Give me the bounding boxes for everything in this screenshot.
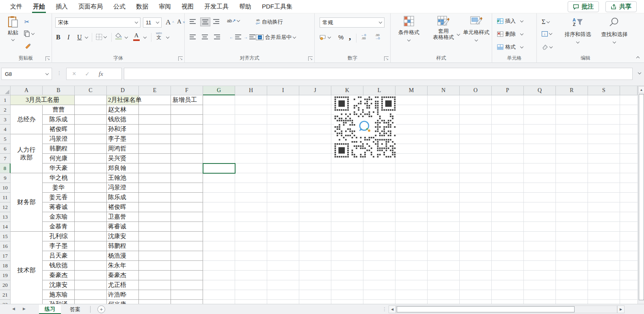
fill-button[interactable]: ↓ xyxy=(542,31,552,37)
grow-font-button[interactable]: A^ xyxy=(166,18,174,26)
cell-d2[interactable]: 赵文林 xyxy=(108,105,126,114)
cell[interactable] xyxy=(75,154,107,163)
fill-color-button[interactable] xyxy=(115,33,122,40)
comma-style-button[interactable]: , xyxy=(349,31,351,42)
cell[interactable] xyxy=(203,105,235,115)
cell[interactable] xyxy=(524,251,556,261)
cell[interactable] xyxy=(395,154,428,163)
cell[interactable] xyxy=(75,261,107,271)
fill-dropdown-icon[interactable] xyxy=(549,32,552,35)
cell-d19[interactable]: 秦豪杰 xyxy=(108,271,126,280)
paste-dropdown-icon[interactable] xyxy=(11,38,15,41)
decrease-decimal-button[interactable]: .00→0 xyxy=(375,34,380,40)
row-header-20[interactable]: 20 xyxy=(0,280,11,290)
share-button[interactable]: 共享 xyxy=(605,1,637,12)
cell[interactable] xyxy=(460,193,492,202)
cell[interactable] xyxy=(395,261,428,271)
cell[interactable] xyxy=(460,163,492,173)
horizontal-scrollbar[interactable] xyxy=(396,305,617,313)
cell[interactable] xyxy=(331,212,363,222)
cell[interactable] xyxy=(139,271,171,280)
cell[interactable] xyxy=(299,251,331,261)
cell[interactable] xyxy=(299,193,331,202)
cell[interactable] xyxy=(588,193,620,202)
cell[interactable] xyxy=(267,115,299,125)
cell[interactable] xyxy=(203,222,235,232)
menu-tab-插入[interactable]: 插入 xyxy=(50,0,73,13)
cell[interactable] xyxy=(299,271,331,280)
decrease-indent-button[interactable]: ← xyxy=(229,34,241,39)
menu-tab-页面布局[interactable]: 页面布局 xyxy=(73,0,108,13)
cell[interactable] xyxy=(460,173,492,183)
cell[interactable] xyxy=(428,173,460,183)
cell[interactable] xyxy=(588,105,620,115)
cell[interactable] xyxy=(524,115,556,125)
cell[interactable] xyxy=(620,193,638,202)
cell[interactable] xyxy=(588,163,620,173)
column-header-S[interactable]: S xyxy=(588,86,620,95)
column-header-G[interactable]: G xyxy=(203,86,235,95)
cell[interactable] xyxy=(171,193,203,202)
column-header-I[interactable]: I xyxy=(267,86,299,95)
cell[interactable] xyxy=(428,154,460,163)
cell[interactable] xyxy=(588,280,620,290)
cell[interactable] xyxy=(428,183,460,193)
fx-icon[interactable]: fx xyxy=(99,71,103,77)
cell-b2[interactable]: 曹曹 xyxy=(43,105,74,114)
row-header-10[interactable]: 10 xyxy=(0,183,11,193)
cell[interactable] xyxy=(75,222,107,232)
cell[interactable] xyxy=(395,290,428,300)
cell[interactable] xyxy=(203,280,235,290)
cell[interactable] xyxy=(331,241,363,251)
cell[interactable] xyxy=(299,95,331,105)
cell-b5[interactable]: 冯景澄 xyxy=(43,134,74,144)
cell[interactable] xyxy=(620,261,638,271)
cell[interactable] xyxy=(524,163,556,173)
column-header-F[interactable]: F xyxy=(171,86,203,95)
cell[interactable] xyxy=(139,202,171,212)
cell[interactable] xyxy=(203,95,235,105)
cell[interactable] xyxy=(460,144,492,154)
cell[interactable] xyxy=(620,105,638,115)
cell[interactable] xyxy=(299,261,331,271)
cell[interactable] xyxy=(460,280,492,290)
cell-b7[interactable]: 何光康 xyxy=(43,154,74,163)
row-header-21[interactable]: 21 xyxy=(0,290,11,300)
cell-d5[interactable]: 李子墨 xyxy=(108,134,126,144)
cell[interactable] xyxy=(524,232,556,241)
cell[interactable] xyxy=(395,163,428,173)
cell[interactable] xyxy=(428,134,460,144)
cell[interactable] xyxy=(203,115,235,125)
cell[interactable] xyxy=(556,193,588,202)
cell[interactable] xyxy=(492,280,524,290)
cell[interactable] xyxy=(363,261,395,271)
cell[interactable] xyxy=(395,173,428,183)
cell[interactable] xyxy=(75,125,107,134)
cell[interactable] xyxy=(460,271,492,280)
cell[interactable] xyxy=(460,115,492,125)
cell[interactable] xyxy=(203,173,235,183)
cell[interactable] xyxy=(139,261,171,271)
cell[interactable] xyxy=(203,241,235,251)
cell[interactable] xyxy=(588,125,620,134)
cell[interactable] xyxy=(460,154,492,163)
cell[interactable] xyxy=(492,173,524,183)
cell[interactable] xyxy=(171,115,203,125)
cell[interactable] xyxy=(235,251,267,261)
cell-b9[interactable]: 华之桃 xyxy=(43,173,74,183)
row-header-7[interactable]: 7 xyxy=(0,154,11,163)
cell[interactable] xyxy=(460,125,492,134)
cell[interactable] xyxy=(299,290,331,300)
cell[interactable] xyxy=(75,163,107,173)
cell[interactable] xyxy=(139,154,171,163)
row-header-6[interactable]: 6 xyxy=(0,144,11,154)
scroll-up-button[interactable]: ▲ xyxy=(638,86,644,93)
cell[interactable] xyxy=(75,144,107,154)
cell[interactable] xyxy=(235,280,267,290)
cell[interactable] xyxy=(171,173,203,183)
select-all-corner[interactable] xyxy=(0,86,11,95)
borders-dropdown-icon[interactable] xyxy=(104,34,107,38)
format-as-table-dropdown-icon[interactable] xyxy=(457,32,460,36)
cell[interactable] xyxy=(620,183,638,193)
row-header-5[interactable]: 5 xyxy=(0,134,11,144)
